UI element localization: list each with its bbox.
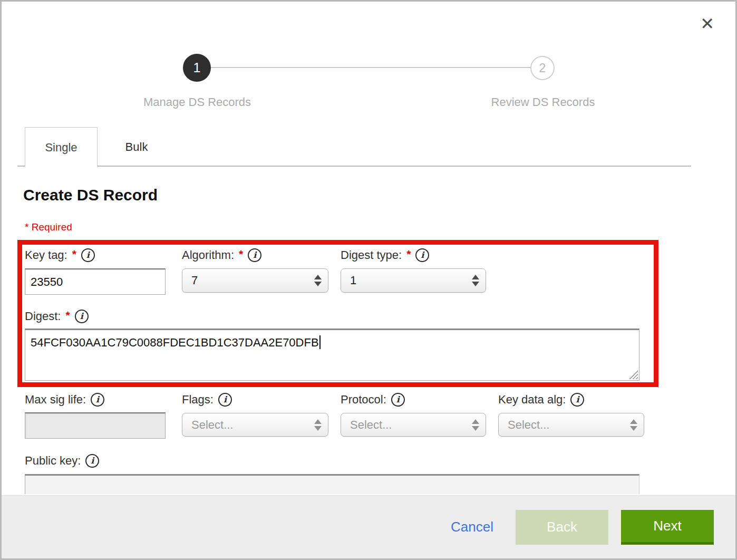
info-icon[interactable]: i [391, 393, 405, 407]
info-icon[interactable]: i [248, 248, 261, 262]
tab-bulk[interactable]: Bulk [106, 127, 167, 167]
key-data-alg-label-text: Key data alg: [498, 393, 566, 407]
protocol-select[interactable]: Select... [341, 413, 486, 437]
cancel-link[interactable]: Cancel [451, 519, 493, 535]
stepper-step-2-circle: 2 [530, 56, 555, 80]
protocol-select-value: Select... [350, 418, 392, 432]
info-icon[interactable]: i [75, 310, 89, 323]
text-caret [319, 335, 321, 349]
info-icon[interactable]: i [218, 393, 232, 407]
info-icon[interactable]: i [415, 248, 429, 262]
required-asterisk: * [406, 248, 411, 260]
key-data-alg-select-value: Select... [508, 418, 549, 432]
digest-type-select-value: 1 [350, 274, 356, 287]
stepper-step-1-label: Manage DS Records [113, 95, 282, 109]
max-sig-life-label-text: Max sig life: [25, 393, 86, 407]
key-data-alg-select[interactable]: Select... [498, 413, 644, 437]
key-data-alg-label: Key data alg: i [498, 393, 584, 407]
resize-handle-icon[interactable] [629, 370, 638, 379]
flags-label: Flags: i [182, 393, 232, 407]
info-icon[interactable]: i [81, 248, 95, 262]
digest-textarea[interactable]: 54FCF030AA1C79C0088FDEC1BD1C37DAA2E70DFB [25, 329, 639, 381]
select-arrows-icon [630, 419, 637, 431]
algorithm-label: Algorithm: * i [182, 248, 261, 262]
algorithm-select-value: 7 [191, 274, 198, 287]
info-icon[interactable]: i [570, 393, 584, 407]
info-icon[interactable]: i [85, 454, 99, 468]
stepper-connector-line [197, 67, 544, 68]
stepper-step-1-circle: 1 [183, 54, 211, 82]
required-asterisk: * [65, 309, 70, 322]
page-title: Create DS Record [23, 186, 158, 204]
back-button: Back [516, 510, 608, 545]
modal-footer: Cancel Back Next [2, 495, 735, 558]
algorithm-label-text: Algorithm: [182, 248, 234, 262]
digest-type-label: Digest type: * i [341, 248, 429, 262]
digest-label-text: Digest: [25, 310, 61, 323]
flags-label-text: Flags: [182, 393, 214, 407]
next-button[interactable]: Next [621, 510, 714, 545]
select-arrows-icon [472, 275, 479, 286]
required-note: * Required [25, 221, 72, 233]
max-sig-life-label: Max sig life: i [25, 393, 104, 407]
select-arrows-icon [314, 275, 322, 286]
select-arrows-icon [472, 419, 479, 431]
required-asterisk: * [72, 248, 76, 260]
required-asterisk: * [239, 248, 243, 260]
info-icon[interactable]: i [91, 393, 104, 407]
public-key-textarea[interactable] [25, 474, 639, 494]
max-sig-life-input [25, 412, 166, 439]
digest-value: 54FCF030AA1C79C0088FDEC1BD1C37DAA2E70DFB [31, 336, 319, 349]
select-arrows-icon [314, 419, 322, 431]
key-tag-input[interactable] [25, 268, 166, 295]
tab-single[interactable]: Single [25, 127, 98, 167]
key-tag-label: Key tag: * i [25, 248, 95, 262]
key-tag-label-text: Key tag: [25, 248, 67, 262]
protocol-label-text: Protocol: [341, 393, 386, 407]
algorithm-select[interactable]: 7 [182, 268, 328, 293]
create-ds-record-modal: ✕ 1 2 Manage DS Records Review DS Record… [0, 0, 737, 560]
flags-select[interactable]: Select... [182, 413, 328, 437]
flags-select-value: Select... [191, 418, 233, 432]
public-key-label: Public key: i [25, 454, 99, 468]
close-icon[interactable]: ✕ [700, 15, 714, 32]
digest-type-select[interactable]: 1 [341, 268, 486, 293]
digest-type-label-text: Digest type: [341, 248, 402, 262]
public-key-label-text: Public key: [25, 454, 81, 468]
stepper-step-2-label: Review DS Records [459, 95, 627, 109]
protocol-label: Protocol: i [341, 393, 405, 407]
digest-label: Digest: * i [25, 310, 89, 323]
